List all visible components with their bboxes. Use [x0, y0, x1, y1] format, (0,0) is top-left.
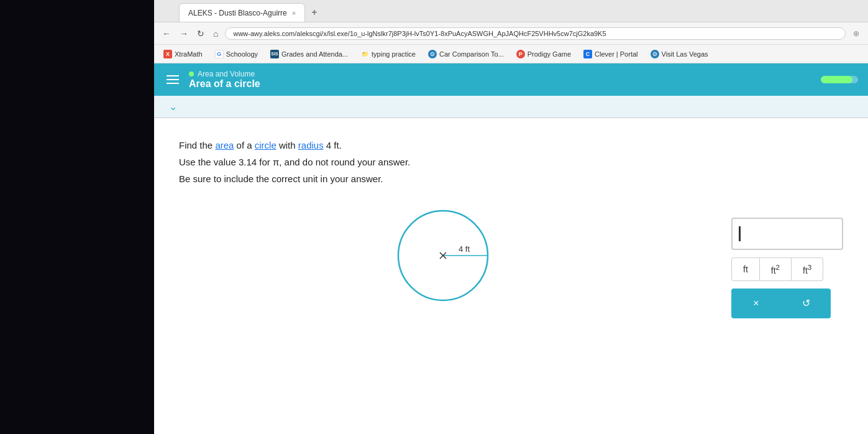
forward-button[interactable]: →: [176, 27, 191, 40]
schoology-icon: G: [215, 50, 224, 58]
answer-input-box[interactable]: [731, 218, 843, 250]
visit-icon: ⊙: [651, 50, 659, 58]
bookmark-car-label: Car Comparison To...: [439, 50, 504, 58]
problem-line3: Be sure to include the correct unit in y…: [179, 170, 706, 187]
action-buttons-row: × ↺: [731, 289, 843, 318]
line1-post: with: [276, 140, 298, 150]
aleks-topbar: Area and Volume Area of a circle: [154, 63, 868, 96]
left-overlay: [0, 0, 154, 434]
clear-button[interactable]: ×: [731, 289, 781, 318]
diagram-area: 4 ft: [179, 200, 706, 312]
undo-icon: ↺: [802, 297, 810, 309]
chevron-down-icon[interactable]: ⌄: [164, 98, 182, 115]
share-icon[interactable]: ⊕: [849, 28, 863, 39]
home-button[interactable]: ⌂: [210, 27, 221, 40]
url-bar[interactable]: www-awy.aleks.com/alekscgi/x/lsl.exe/1o_…: [225, 27, 846, 40]
bookmark-typing[interactable]: 📁 typing practice: [356, 48, 420, 60]
bookmark-grades[interactable]: SIS Grades and Attenda...: [266, 48, 352, 60]
progress-fill: [821, 76, 852, 83]
aleks-subnav: ⌄: [154, 96, 868, 118]
problem-area: Find the area of a circle with radius 4 …: [154, 118, 868, 434]
folder-icon: 📁: [360, 50, 369, 58]
progress-bar: [821, 76, 858, 83]
unit-ft-button[interactable]: ft: [731, 257, 760, 281]
topic-info: Area and Volume Area of a circle: [189, 70, 260, 90]
bookmark-schoology[interactable]: G Schoology: [211, 48, 262, 60]
bookmark-visit-label: Visit Las Vegas: [662, 50, 708, 58]
bookmark-car[interactable]: ⊙ Car Comparison To...: [424, 48, 508, 60]
hamburger-line3: [167, 83, 179, 84]
topic-dot: [189, 72, 194, 76]
car-icon: ⊙: [428, 50, 437, 58]
area-link[interactable]: area: [215, 140, 234, 150]
url-text: www-awy.aleks.com/alekscgi/x/lsl.exe/1o_…: [233, 30, 606, 37]
circle-diagram: 4 ft: [381, 200, 505, 312]
xtramath-icon: X: [163, 50, 172, 58]
bookmark-prodigy-label: Prodigy Game: [528, 50, 571, 58]
bookmark-prodigy[interactable]: P Prodigy Game: [512, 48, 575, 60]
bookmark-grades-label: Grades and Attenda...: [281, 50, 348, 58]
right-panel: ft ft2 ft3 × ↺: [731, 218, 843, 415]
answer-cursor: [739, 226, 741, 241]
bookmark-xtramath-label: XtraMath: [175, 50, 203, 58]
problem-line2: Use the value 3.14 for π, and do not rou…: [179, 154, 706, 170]
hamburger-line1: [167, 75, 179, 76]
problem-left: Find the area of a circle with radius 4 …: [179, 137, 706, 415]
undo-button[interactable]: ↺: [781, 289, 831, 318]
back-button[interactable]: ←: [159, 27, 174, 40]
main-content: Area and Volume Area of a circle ⌄ Find …: [154, 63, 868, 434]
unit-ft3-button[interactable]: ft3: [792, 257, 823, 281]
active-tab[interactable]: ALEKS - Dusti Blasco-Aguirre ×: [179, 3, 305, 22]
circle-link[interactable]: circle: [255, 140, 276, 150]
problem-text: Find the area of a circle with radius 4 …: [179, 137, 706, 187]
line1-pre: Find the: [179, 140, 215, 150]
bookmark-xtramath[interactable]: X XtraMath: [159, 48, 207, 60]
prodigy-icon: P: [516, 50, 525, 58]
sis-icon: SIS: [270, 50, 279, 58]
unit-ft2-button[interactable]: ft2: [760, 257, 792, 281]
tab-title: ALEKS - Dusti Blasco-Aguirre: [188, 9, 287, 17]
bookmark-typing-label: typing practice: [372, 50, 416, 58]
unit-buttons-row: ft ft2 ft3: [731, 257, 843, 281]
tab-bar: ALEKS - Dusti Blasco-Aguirre × +: [154, 0, 868, 22]
bookmarks-bar: X XtraMath G Schoology SIS Grades and At…: [154, 45, 868, 63]
hamburger-line2: [167, 79, 179, 80]
tab-close-btn[interactable]: ×: [292, 9, 296, 17]
radius-link[interactable]: radius: [298, 140, 324, 150]
browser-window: ALEKS - Dusti Blasco-Aguirre × + ← → ↻ ⌂…: [154, 0, 868, 434]
new-tab-button[interactable]: +: [305, 3, 323, 22]
bookmark-clever[interactable]: C Clever | Portal: [579, 48, 642, 60]
line1-value: 4 ft.: [324, 140, 342, 150]
address-bar: ← → ↻ ⌂ www-awy.aleks.com/alekscgi/x/lsl…: [154, 22, 868, 45]
nav-controls: ← → ↻ ⌂: [159, 27, 221, 40]
bookmark-clever-label: Clever | Portal: [595, 50, 638, 58]
bookmark-schoology-label: Schoology: [226, 50, 258, 58]
svg-text:4 ft: 4 ft: [459, 244, 470, 254]
problem-line1: Find the area of a circle with radius 4 …: [179, 137, 706, 154]
bookmark-visit[interactable]: ⊙ Visit Las Vegas: [646, 48, 713, 60]
line1-mid: of a: [234, 140, 254, 150]
topic-category: Area and Volume: [189, 70, 260, 78]
clear-icon: ×: [753, 298, 759, 309]
topic-title: Area of a circle: [189, 78, 260, 90]
clever-icon: C: [583, 50, 592, 58]
reload-button[interactable]: ↻: [194, 27, 208, 40]
hamburger-menu[interactable]: [164, 73, 181, 86]
